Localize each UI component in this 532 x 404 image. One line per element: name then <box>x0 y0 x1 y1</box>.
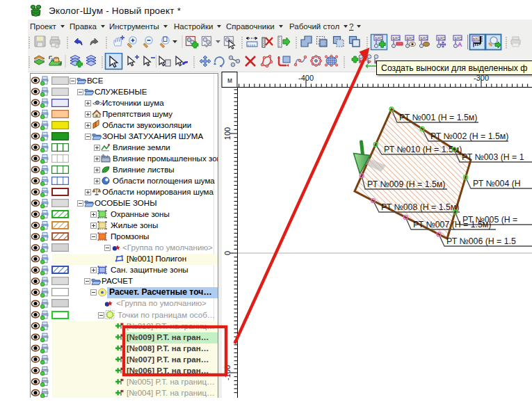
svg-text:РТ №009 (Н = 1.5м): РТ №009 (Н = 1.5м) <box>367 179 445 189</box>
svg-text:-100: -100 <box>223 365 232 380</box>
svg-text:-400: -400 <box>298 74 314 82</box>
svg-text:РТ №010 (Н = 1.5м): РТ №010 (Н = 1.5м) <box>384 145 462 154</box>
svg-text:ЬХС: ЬХС <box>473 37 480 41</box>
svg-text:А: А <box>458 41 462 48</box>
svg-text:РТ №004 (Н: РТ №004 (Н <box>473 179 521 188</box>
svg-text:100: 100 <box>223 127 232 140</box>
svg-text:м: м <box>227 76 232 84</box>
svg-text:а: а <box>51 57 54 62</box>
svg-text:Р: Р <box>360 59 363 64</box>
svg-text:РТ №008 (Н = 1.5м): РТ №008 (Н = 1.5м) <box>381 202 459 212</box>
svg-text:>: > <box>99 100 103 107</box>
svg-text:РТ №001 (Н = 1.5м): РТ №001 (Н = 1.5м) <box>399 113 477 122</box>
svg-text:РТ №006 (Н = 1.5: РТ №006 (Н = 1.5 <box>446 236 516 246</box>
svg-text:Р: Р <box>368 60 371 65</box>
svg-text:0: 0 <box>223 251 232 255</box>
svg-text:РТ №007 (Н = 1.5м): РТ №007 (Н = 1.5м) <box>413 220 491 229</box>
svg-text:РТ №003 (Н = 1: РТ №003 (Н = 1 <box>462 152 524 162</box>
svg-text:РТ №002 (Н = 1.5м): РТ №002 (Н = 1.5м) <box>430 131 508 141</box>
